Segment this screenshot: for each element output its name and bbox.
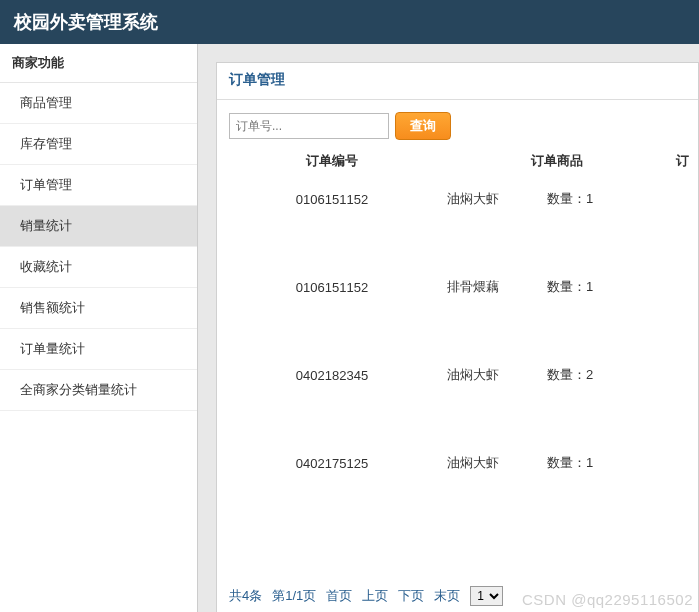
sidebar-item-revenue-stats[interactable]: 销售额统计	[0, 288, 197, 329]
col-order-product: 订单商品	[447, 152, 667, 170]
search-row: 查询	[217, 100, 698, 148]
app-title: 校园外卖管理系统	[14, 10, 158, 34]
sidebar-header: 商家功能	[0, 44, 197, 83]
table-row: 0106151152 油焖大虾 数量：1	[217, 178, 698, 266]
cell-order-no: 0106151152	[217, 278, 447, 295]
sidebar: 商家功能 商品管理 库存管理 订单管理 销量统计 收藏统计 销售额统计 订单量统…	[0, 44, 198, 612]
app-header: 校园外卖管理系统	[0, 0, 699, 44]
cell-qty: 数量：2	[547, 366, 647, 384]
table-row: 0106151152 排骨煨藕 数量：1	[217, 266, 698, 354]
cell-qty: 数量：1	[547, 454, 647, 472]
pager-select[interactable]: 1	[470, 586, 503, 606]
col-order-no: 订单编号	[217, 152, 447, 170]
pagination: 共4条 第1/1页 首页 上页 下页 末页 1	[217, 576, 698, 612]
pager-first[interactable]: 首页	[326, 587, 352, 605]
cell-product: 油焖大虾	[447, 454, 547, 472]
sidebar-item-products[interactable]: 商品管理	[0, 83, 197, 124]
sidebar-item-inventory[interactable]: 库存管理	[0, 124, 197, 165]
sidebar-item-sales-stats[interactable]: 销量统计	[0, 206, 197, 247]
table-row: 0402182345 油焖大虾 数量：2	[217, 354, 698, 442]
sidebar-item-orders[interactable]: 订单管理	[0, 165, 197, 206]
cell-order-no: 0106151152	[217, 190, 447, 207]
pager-prev[interactable]: 上页	[362, 587, 388, 605]
cell-qty: 数量：1	[547, 190, 647, 208]
cell-order-no: 0402175125	[217, 454, 447, 471]
cell-product: 排骨煨藕	[447, 278, 547, 296]
sidebar-item-order-volume-stats[interactable]: 订单量统计	[0, 329, 197, 370]
sidebar-item-favorites-stats[interactable]: 收藏统计	[0, 247, 197, 288]
main-container: 商家功能 商品管理 库存管理 订单管理 销量统计 收藏统计 销售额统计 订单量统…	[0, 44, 699, 612]
pager-page: 第1/1页	[272, 587, 316, 605]
panel-title: 订单管理	[217, 63, 698, 100]
content-panel: 订单管理 查询 订单编号 订单商品 订 0106151152 油焖大虾 数量：1	[216, 62, 699, 612]
table-header: 订单编号 订单商品 订	[217, 148, 698, 178]
sidebar-item-all-merchant-stats[interactable]: 全商家分类销量统计	[0, 370, 197, 411]
cell-product: 油焖大虾	[447, 190, 547, 208]
order-table: 订单编号 订单商品 订 0106151152 油焖大虾 数量：1 0106151…	[217, 148, 698, 576]
pager-total: 共4条	[229, 587, 262, 605]
cell-product: 油焖大虾	[447, 366, 547, 384]
cell-order-no: 0402182345	[217, 366, 447, 383]
search-button[interactable]: 查询	[395, 112, 451, 140]
pager-next[interactable]: 下页	[398, 587, 424, 605]
order-search-input[interactable]	[229, 113, 389, 139]
cell-qty: 数量：1	[547, 278, 647, 296]
main-area: 订单管理 查询 订单编号 订单商品 订 0106151152 油焖大虾 数量：1	[198, 44, 699, 612]
col-truncated: 订	[667, 152, 698, 170]
pager-last[interactable]: 末页	[434, 587, 460, 605]
table-row: 0402175125 油焖大虾 数量：1	[217, 442, 698, 530]
